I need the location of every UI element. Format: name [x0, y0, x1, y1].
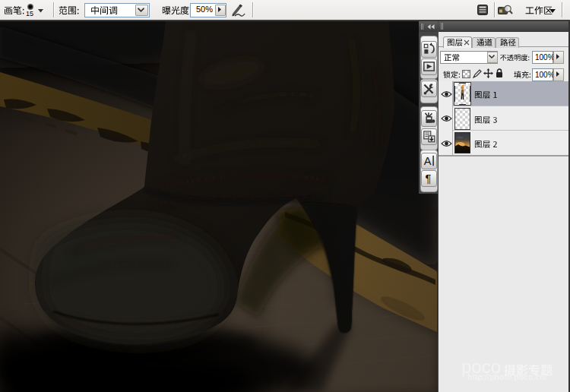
svg-text:¶: ¶ [425, 172, 431, 185]
svg-text:A: A [424, 155, 432, 167]
